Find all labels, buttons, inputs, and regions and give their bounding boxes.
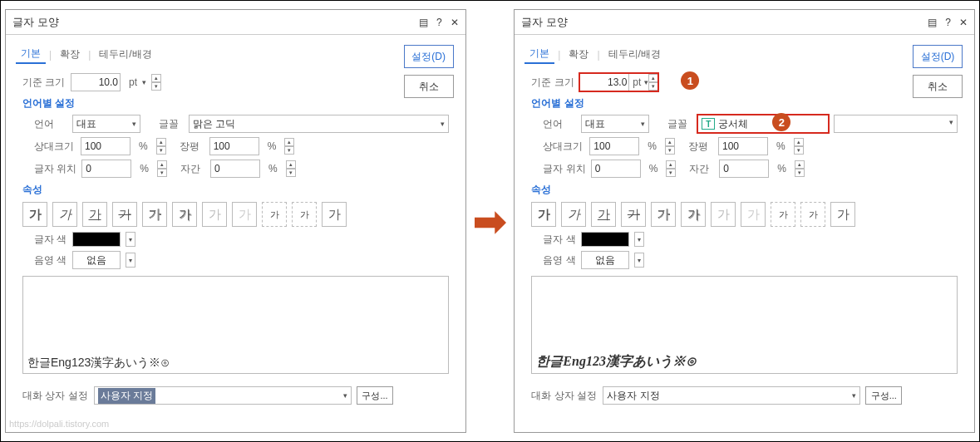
style-super[interactable]: 가 [771, 202, 795, 227]
tab-ext[interactable]: 확장 [55, 46, 85, 63]
pos-spinner[interactable]: ▴▾ [666, 160, 676, 177]
spacing-spinner[interactable]: ▴▾ [286, 160, 296, 177]
style-strike[interactable]: 가 [621, 202, 646, 227]
help-icon[interactable]: ? [436, 17, 442, 28]
spacing-input[interactable]: 0 [719, 160, 769, 178]
style-underline[interactable]: 가 [82, 202, 107, 227]
dialog-left: 글자 모양 ▤ ? ✕ 설정(D) 취소 기본 | 확장 | 테두리/배경 기준… [5, 9, 466, 433]
style-engrave[interactable]: 가 [232, 202, 257, 227]
style-underline[interactable]: 가 [591, 202, 616, 227]
size-spinner[interactable]: ▴▾ [648, 74, 658, 91]
font-dropdown[interactable]: T 궁서체 [697, 115, 828, 133]
rel-spinner[interactable]: ▴▾ [665, 138, 675, 155]
dlg-config-dropdown[interactable]: 사용자 지정▾ [603, 386, 860, 405]
style-emboss[interactable]: 가 [711, 202, 736, 227]
tab-border[interactable]: 테두리/배경 [603, 46, 666, 63]
base-size-input[interactable]: 13.0 [579, 73, 629, 91]
pos-input[interactable]: 0 [81, 160, 131, 178]
attr-section: 속성 [22, 183, 449, 197]
close-icon[interactable]: ✕ [959, 17, 968, 28]
style-emboss[interactable]: 가 [202, 202, 227, 227]
badge-1: 1 [681, 71, 699, 90]
style-buttons: 가 가 가 가 가 가 가 가 가 가 가 [531, 202, 958, 227]
dlg-config-label: 대화 상자 설정 [531, 389, 598, 403]
config-button[interactable]: 구성... [865, 386, 902, 405]
apply-button[interactable]: 설정(D) [913, 45, 963, 68]
width-input[interactable]: 100 [209, 137, 259, 155]
style-super[interactable]: 가 [262, 202, 287, 227]
style-normal[interactable]: 가 [830, 202, 855, 227]
config-button[interactable]: 구성... [357, 386, 393, 405]
tab-border[interactable]: 테두리/배경 [94, 46, 156, 63]
tab-bar: 기본 | 확장 | 테두리/배경 [515, 35, 974, 69]
dlg-config-label: 대화 상자 설정 [22, 389, 89, 403]
style-strike[interactable]: 가 [112, 202, 137, 227]
pos-label: 글자 위치 [543, 162, 585, 176]
tab-ext[interactable]: 확장 [564, 46, 593, 63]
menu-icon[interactable]: ▤ [419, 17, 428, 28]
style-normal[interactable]: 가 [322, 202, 347, 227]
char-color-swatch[interactable] [581, 232, 629, 247]
dialog-title: 글자 모양 [521, 15, 928, 30]
pos-spinner[interactable]: ▴▾ [157, 160, 167, 177]
preview-box: 한글Eng123漢字あいう※⊙ [22, 276, 449, 374]
style-sub[interactable]: 가 [800, 202, 825, 227]
base-size-input[interactable]: 10.0 [71, 73, 121, 91]
pt-dropdown[interactable]: ▾ [142, 78, 146, 86]
style-shadow[interactable]: 가 [172, 202, 197, 227]
dialog-title: 글자 모양 [12, 15, 419, 30]
rel-size-input[interactable]: 100 [81, 137, 131, 155]
style-sub[interactable]: 가 [292, 202, 317, 227]
size-spinner[interactable]: ▴▾ [151, 74, 161, 91]
char-color-drop[interactable]: ▾ [126, 232, 135, 247]
style-outline[interactable]: 가 [142, 202, 167, 227]
style-shadow[interactable]: 가 [681, 202, 706, 227]
char-color-swatch[interactable] [72, 232, 121, 247]
style-italic[interactable]: 가 [52, 202, 77, 227]
language-dropdown[interactable]: 대표▾ [72, 115, 140, 133]
spacing-input[interactable]: 0 [210, 160, 260, 178]
width-spinner[interactable]: ▴▾ [794, 138, 804, 155]
shade-color-value[interactable]: 없음 [72, 251, 121, 269]
tab-basic[interactable]: 기본 [524, 45, 554, 64]
language-dropdown[interactable]: 대표▾ [581, 115, 649, 133]
help-icon[interactable]: ? [945, 17, 951, 28]
shade-color-value[interactable]: 없음 [581, 251, 629, 269]
font-dropdown[interactable]: 맑은 고딕▾ [189, 115, 449, 133]
font-label: 글꼴 [667, 117, 692, 131]
apply-button[interactable]: 설정(D) [404, 45, 454, 68]
rel-size-input[interactable]: 100 [589, 137, 639, 155]
lang-section: 언어별 설정 [22, 96, 449, 110]
char-color-drop[interactable]: ▾ [634, 232, 644, 247]
preview-text: 한글Eng123漢字あいう※⊙ [536, 353, 697, 371]
width-spinner[interactable]: ▴▾ [284, 138, 294, 155]
pos-label: 글자 위치 [34, 162, 76, 176]
language-label: 언어 [34, 117, 67, 131]
width-label: 장평 [180, 140, 204, 154]
style-outline[interactable]: 가 [651, 202, 676, 227]
dlg-config-dropdown[interactable]: 사용자 지정▾ [94, 386, 352, 405]
rel-spinner[interactable]: ▴▾ [156, 138, 166, 155]
spacing-spinner[interactable]: ▴▾ [795, 160, 805, 177]
tab-basic[interactable]: 기본 [16, 45, 46, 64]
close-icon[interactable]: ✕ [451, 17, 459, 28]
style-bold[interactable]: 가 [531, 202, 556, 227]
style-engrave[interactable]: 가 [741, 202, 766, 227]
titlebar-icons: ▤ ? ✕ [928, 17, 968, 28]
titlebar: 글자 모양 ▤ ? ✕ [515, 10, 974, 35]
cancel-button[interactable]: 취소 [404, 75, 454, 98]
style-buttons: 가 가 가 가 가 가 가 가 가 가 가 [22, 202, 449, 227]
language-label: 언어 [543, 117, 576, 131]
width-input[interactable]: 100 [718, 137, 768, 155]
shade-color-drop[interactable]: ▾ [126, 253, 135, 268]
style-italic[interactable]: 가 [561, 202, 586, 227]
pos-input[interactable]: 0 [591, 160, 641, 178]
watermark: https://dolpali.tistory.com [9, 419, 109, 429]
tab-bar: 기본 | 확장 | 테두리/배경 [6, 35, 465, 69]
menu-icon[interactable]: ▤ [928, 17, 937, 28]
font-tail[interactable]: ▾ [834, 115, 958, 133]
lang-section: 언어별 설정 [531, 96, 958, 110]
style-bold[interactable]: 가 [22, 202, 47, 227]
rel-size-label: 상대크기 [34, 140, 76, 154]
shade-color-drop[interactable]: ▾ [634, 253, 644, 268]
